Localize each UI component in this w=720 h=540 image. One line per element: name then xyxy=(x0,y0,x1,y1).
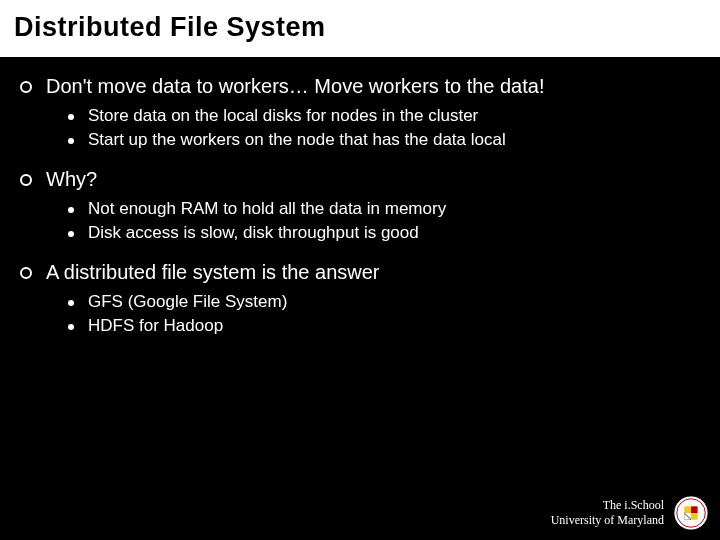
footer-line1: The i.School xyxy=(551,498,664,513)
filled-bullet-icon xyxy=(68,231,74,237)
slide-title: Distributed File System xyxy=(0,0,720,57)
hollow-bullet-icon xyxy=(20,174,32,186)
section-0: Don't move data to workers… Move workers… xyxy=(20,75,700,150)
section-heading-row: Don't move data to workers… Move workers… xyxy=(20,75,700,98)
university-seal-icon xyxy=(672,494,710,532)
section-1-items: Not enough RAM to hold all the data in m… xyxy=(68,199,700,243)
list-item: GFS (Google File System) xyxy=(68,292,700,312)
list-item-text: GFS (Google File System) xyxy=(88,292,287,312)
section-heading: Why? xyxy=(46,168,97,191)
filled-bullet-icon xyxy=(68,324,74,330)
list-item-text: Store data on the local disks for nodes … xyxy=(88,106,478,126)
hollow-bullet-icon xyxy=(20,267,32,279)
section-2-items: GFS (Google File System) HDFS for Hadoop xyxy=(68,292,700,336)
svg-rect-5 xyxy=(691,513,698,520)
list-item-text: Not enough RAM to hold all the data in m… xyxy=(88,199,446,219)
list-item: Store data on the local disks for nodes … xyxy=(68,106,700,126)
list-item: HDFS for Hadoop xyxy=(68,316,700,336)
section-heading: Don't move data to workers… Move workers… xyxy=(46,75,544,98)
list-item: Not enough RAM to hold all the data in m… xyxy=(68,199,700,219)
filled-bullet-icon xyxy=(68,138,74,144)
footer: The i.School University of Maryland xyxy=(551,498,664,528)
list-item-text: Start up the workers on the node that ha… xyxy=(88,130,506,150)
list-item-text: HDFS for Hadoop xyxy=(88,316,223,336)
svg-rect-2 xyxy=(684,506,691,513)
svg-rect-3 xyxy=(691,506,698,513)
section-0-items: Store data on the local disks for nodes … xyxy=(68,106,700,150)
filled-bullet-icon xyxy=(68,114,74,120)
slide-body: Don't move data to workers… Move workers… xyxy=(0,57,720,336)
hollow-bullet-icon xyxy=(20,81,32,93)
footer-line2: University of Maryland xyxy=(551,513,664,528)
list-item: Start up the workers on the node that ha… xyxy=(68,130,700,150)
section-heading-row: A distributed file system is the answer xyxy=(20,261,700,284)
section-1: Why? Not enough RAM to hold all the data… xyxy=(20,168,700,243)
section-2: A distributed file system is the answer … xyxy=(20,261,700,336)
filled-bullet-icon xyxy=(68,207,74,213)
list-item-text: Disk access is slow, disk throughput is … xyxy=(88,223,419,243)
section-heading-row: Why? xyxy=(20,168,700,191)
filled-bullet-icon xyxy=(68,300,74,306)
list-item: Disk access is slow, disk throughput is … xyxy=(68,223,700,243)
section-heading: A distributed file system is the answer xyxy=(46,261,379,284)
